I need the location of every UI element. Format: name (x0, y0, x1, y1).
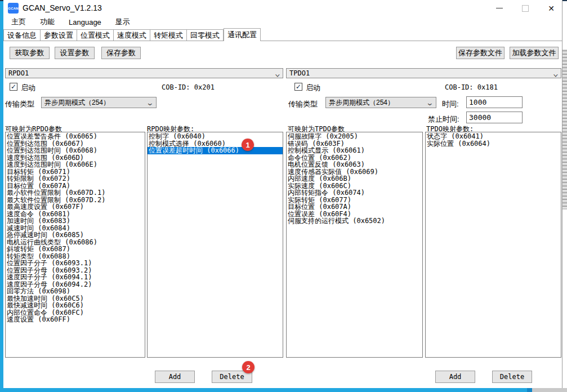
menu-language[interactable]: Language (63, 16, 107, 28)
check-icon: ✓ (11, 83, 16, 91)
rpdo-enable-checkbox[interactable]: ✓ (10, 83, 17, 91)
tpdo-enable-checkbox[interactable]: ✓ (294, 83, 302, 91)
tpdo-transfer-type-select[interactable]: 异步周期模式（254） ⌄ (325, 97, 436, 108)
list-item[interactable]: 最高速度设置 (0x607F) (6, 203, 145, 211)
save-params-button[interactable]: 保存参数 (101, 47, 141, 59)
rpdo-select-value: RPDO1 (8, 69, 29, 77)
list-item[interactable]: 速度因子分子 (0x6094.1) (6, 274, 145, 281)
annotation-badge-2: 2 (242, 361, 255, 373)
minimize-button[interactable] (487, 1, 512, 15)
chevron-down-icon: ⌄ (553, 70, 559, 77)
background-window-artifact (562, 50, 567, 210)
rpdo-cob-id: COB-ID: 0x201 (162, 83, 215, 91)
list-item[interactable]: 状态字 (0x6041) (426, 133, 561, 140)
rpdo-transfer-type-select[interactable]: 异步周期模式（254） ⌄ (41, 97, 157, 108)
list-item[interactable]: 目标位置 (0x607A) (287, 203, 422, 211)
get-params-button[interactable]: 获取参数 (10, 47, 50, 59)
tab-homing-mode[interactable]: 回零模式 (186, 29, 224, 41)
rpdo-available-list[interactable]: 位置误差警告条件 (0x6065)位置到达范围 (0x6067)位置到达范围时间… (5, 132, 145, 358)
list-item[interactable]: 位置因子分子 (0x6093.1) (6, 260, 145, 267)
background-window-edge-bottom (0, 388, 528, 392)
menu-function[interactable]: 功能 (34, 15, 60, 29)
minimize-icon (496, 8, 503, 8)
rpdo-add-button[interactable]: Add (155, 371, 195, 383)
close-icon: ✕ (548, 5, 555, 12)
list-item[interactable]: 速度到达范围时间 (0x606E) (6, 161, 145, 168)
title-bar[interactable]: GCAN GCAN_Servo_V1.2.13 ✕ (3, 1, 562, 15)
list-item[interactable]: 内部转矩指令 (0x6074) (287, 189, 422, 197)
list-item[interactable]: 加速时间 (0x6083) (6, 217, 145, 225)
tpdo-select[interactable]: TPDO1 ⌄ (286, 68, 561, 78)
close-button[interactable]: ✕ (539, 1, 564, 15)
list-item[interactable]: 伺服支持的运行模式 (0x6502) (287, 217, 422, 225)
tab-position-mode[interactable]: 位置模式 (77, 29, 113, 41)
tpdo-inhibit-time-input[interactable] (466, 112, 523, 123)
chevron-down-icon: ⌄ (275, 70, 280, 77)
tab-speed-mode[interactable]: 速度模式 (113, 29, 150, 41)
list-item[interactable]: 速度设置 (0x60FF) (6, 316, 145, 323)
list-item[interactable]: 回零方法 (0x6098) (6, 288, 145, 295)
tpdo-enable-label: 启动 (306, 83, 320, 93)
rpdo-select[interactable]: RPDO1 ⌄ (5, 68, 283, 78)
tab-device-info[interactable]: 设备信息 (3, 29, 40, 41)
annotation-badge-1: 1 (242, 139, 254, 151)
tpdo-mapped-list[interactable]: 状态字 (0x6041)实际位置 (0x6064) (425, 132, 561, 358)
list-item[interactable]: 转矩限制 (0x6072) (6, 175, 145, 182)
chevron-down-icon: ⌄ (146, 99, 154, 106)
tpdo-cob-id: COB-ID: 0x181 (445, 83, 498, 91)
app-icon: GCAN (8, 3, 19, 14)
list-item[interactable]: 位置误差超时时间 (0x6066) (148, 147, 283, 154)
list-item[interactable]: 电机位置反馈 (0x6063) (287, 161, 422, 168)
maximize-icon (522, 5, 529, 12)
background-edge-bottom-gray (528, 388, 567, 392)
list-item[interactable]: 最小软件位置限制 (0x607D.1) (6, 189, 145, 197)
rpdo-transfer-type-label: 传输类型 (5, 99, 34, 109)
list-item[interactable]: 内部速度 (0x606B) (287, 175, 422, 182)
tpdo-time-label: 时间: (442, 99, 459, 109)
tab-comm-config[interactable]: 通讯配置 (224, 28, 261, 41)
list-item[interactable]: 伺服故障字 (0x2005) (287, 133, 422, 140)
chevron-down-icon: ⌄ (426, 99, 434, 106)
check-icon: ✓ (296, 83, 301, 91)
tab-bar: 设备信息 参数设置 位置模式 速度模式 转矩模式 回零模式 通讯配置 (3, 29, 562, 41)
rpdo-transfer-type-value: 异步周期模式（254） (44, 98, 110, 108)
set-params-button[interactable]: 设置参数 (55, 47, 95, 59)
tpdo-transfer-type-label: 传输类型 (288, 99, 318, 109)
tpdo-transfer-type-value: 异步周期模式（254） (329, 98, 394, 108)
rpdo-mapped-list[interactable]: 控制字 (0x6040)控制模式选择 (0x6060)位置误差超时时间 (0x6… (147, 132, 283, 358)
list-item[interactable]: 最快减速时间 (0x60C6) (6, 302, 145, 309)
list-item[interactable]: 斜坡转矩 (0x6087) (6, 246, 145, 253)
tab-param-settings[interactable]: 参数设置 (40, 29, 77, 41)
list-item[interactable]: 位置到达范围时间 (0x6068) (6, 147, 145, 154)
tpdo-available-list[interactable]: 伺服故障字 (0x2005)错误码 (0x603F)控制模式显示 (0x6061… (286, 132, 423, 358)
list-item[interactable]: 位置误差警告条件 (0x6065) (6, 133, 145, 140)
tpdo-time-input[interactable] (466, 96, 523, 108)
list-item[interactable]: 控制字 (0x6040) (148, 133, 283, 140)
list-item[interactable]: 急停减速时间 (0x6085) (6, 231, 145, 239)
list-item[interactable]: 实际位置 (0x6064) (426, 140, 561, 148)
menu-bar: 主页 功能 Language 显示 (6, 16, 139, 28)
load-param-file-button[interactable]: 加载参数文件 (510, 47, 559, 59)
save-param-file-button[interactable]: 保存参数文件 (456, 47, 505, 59)
app-window: GCAN GCAN_Servo_V1.2.13 ✕ 主页 功能 Language… (3, 0, 562, 388)
window-title: GCAN_Servo_V1.2.13 (23, 3, 102, 12)
maximize-button[interactable] (513, 1, 538, 15)
tpdo-delete-button[interactable]: Delete (492, 371, 532, 383)
tpdo-add-button[interactable]: Add (435, 371, 475, 383)
menu-display[interactable]: 显示 (110, 15, 136, 29)
tpdo-inhibit-time-label: 禁止时间: (428, 114, 459, 124)
tpdo-select-value: TPDO1 (289, 69, 310, 77)
tab-torque-mode[interactable]: 转矩模式 (150, 29, 186, 41)
rpdo-enable-label: 启动 (21, 83, 35, 93)
screen: GCAN GCAN_Servo_V1.2.13 ✕ 主页 功能 Language… (0, 0, 567, 392)
list-item[interactable]: 控制模式显示 (0x6061) (287, 147, 422, 154)
menu-home[interactable]: 主页 (6, 15, 32, 29)
